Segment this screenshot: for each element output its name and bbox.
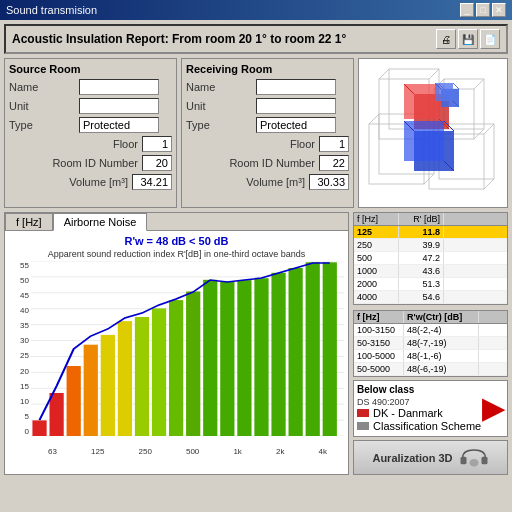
row-freq-125: 125 [354,226,399,238]
source-type-label: Type [9,119,79,131]
svg-rect-47 [32,420,46,436]
minimize-button[interactable]: _ [460,3,474,17]
source-unit-input[interactable] [79,98,159,114]
report-title: Acoustic Insulation Report: From room 20… [12,32,346,46]
recv-name-label: Name [186,81,256,93]
table-row: 4000 54.6 [354,291,507,304]
right-panel: f [Hz] R' [dB] 125 11.8 250 39.9 500 47.… [353,212,508,475]
recv-unit-label: Unit [186,100,256,112]
recv-floor-field: Floor 1 [186,136,349,152]
recv-unit-field: Unit [186,98,349,114]
source-roomid-value: 20 [142,155,172,171]
table-row: 100-3150 48(-2,-4) [354,324,507,337]
svg-rect-54 [152,308,166,436]
row-freq-250: 250 [354,239,399,251]
rooms-section: Source Room Name Unit Type Protected Flo… [4,58,508,208]
save-button[interactable]: 💾 [458,29,478,49]
svg-rect-57 [203,280,217,436]
source-type-field: Type Protected [9,117,172,133]
below-class-standard: DS 490:2007 [357,397,481,407]
y-tick-20: 20 [20,367,29,376]
source-floor-value: 1 [142,136,172,152]
chart-panel: f [Hz] Airborne Noise R'w = 48 dB < 50 d… [4,212,349,475]
svg-rect-51 [101,335,115,436]
recv-name-input[interactable] [256,79,336,95]
svg-rect-59 [237,280,251,436]
x-label-4k: 4k [319,447,327,456]
svg-line-12 [369,114,379,124]
maximize-button[interactable]: □ [476,3,490,17]
room-3d-svg [359,59,507,207]
headphone-icon [459,445,489,470]
receiving-room-panel: Receiving Room Name Unit Type Protected … [181,58,354,208]
title-bar-buttons: _ □ ✕ [460,3,506,17]
source-unit-field: Unit [9,98,172,114]
x-label-63: 63 [48,447,57,456]
print-button[interactable]: 🖨 [436,29,456,49]
svg-rect-62 [289,268,303,436]
source-roomid-label: Room ID Number [52,157,138,169]
y-tick-45: 45 [20,291,29,300]
svg-rect-58 [220,282,234,436]
recv-type-label: Type [186,119,256,131]
svg-rect-66 [481,457,487,465]
source-volume-value: 34.21 [132,174,172,190]
svg-rect-56 [186,292,200,437]
svg-rect-63 [306,262,320,436]
recv-volume-value: 30.33 [309,174,349,190]
svg-rect-60 [254,278,268,436]
close-button[interactable]: ✕ [492,3,506,17]
x-label-1k: 1k [233,447,241,456]
table-row: 500 47.2 [354,252,507,265]
window-title: Sound transmision [6,4,97,16]
source-name-field: Name [9,79,172,95]
svg-rect-48 [49,393,63,436]
source-name-label: Name [9,81,79,93]
chart-area: R'w = 48 dB < 50 dB Apparent sound reduc… [5,231,348,460]
recv-type-value: Protected [256,117,336,133]
recv-name-field: Name [186,79,349,95]
header-freq: f [Hz] [354,213,399,225]
source-type-value: Protected [79,117,159,133]
report-header: Acoustic Insulation Report: From room 20… [4,24,508,54]
export-button[interactable]: 📄 [480,29,500,49]
svg-rect-55 [169,300,183,436]
y-tick-55: 55 [20,261,29,270]
title-bar: Sound transmision _ □ ✕ [0,0,512,20]
svg-line-33 [453,83,459,89]
freq-table-2-header: f [Hz] R'w(Ctr) [dB] [354,311,507,324]
svg-point-67 [469,459,478,467]
recv-roomid-label: Room ID Number [229,157,315,169]
svg-line-19 [484,179,494,189]
y-tick-15: 15 [20,382,29,391]
recv-type-field: Type Protected [186,117,349,133]
svg-line-2 [379,69,389,79]
source-unit-label: Unit [9,100,79,112]
svg-rect-61 [271,273,285,436]
auralization-button[interactable]: Auralization 3D [353,440,508,475]
y-tick-50: 50 [20,276,29,285]
table-row: 125 11.8 [354,226,507,239]
chart-container: 55 50 45 40 35 30 25 20 15 10 5 0 [9,261,344,456]
auralization-label: Auralization 3D [372,452,452,464]
source-name-input[interactable] [79,79,159,95]
source-room-panel: Source Room Name Unit Type Protected Flo… [4,58,177,208]
scheme-color-box [357,422,369,430]
recv-roomid-value: 22 [319,155,349,171]
report-icons: 🖨 💾 📄 [436,29,500,49]
recv-floor-value: 1 [319,136,349,152]
recv-unit-input[interactable] [256,98,336,114]
y-tick-25: 25 [20,351,29,360]
below-class-arrow: ▶ [482,392,504,425]
svg-line-8 [474,79,484,89]
chart-svg [31,261,344,436]
recv-volume-field: Volume [m³] 30.33 [186,174,349,190]
tab-airborne[interactable]: Airborne Noise [53,213,148,231]
row-val-125: 11.8 [399,226,444,238]
x-label-250: 250 [139,447,152,456]
tab-freq[interactable]: f [Hz] [5,213,53,230]
header-rdb: R' [dB] [399,213,444,225]
table-row: 50-5000 48(-6,-19) [354,363,507,376]
rw-label: R'w = 48 dB < 50 dB [9,235,344,247]
below-class-scheme-row: Classification Scheme [357,420,481,432]
